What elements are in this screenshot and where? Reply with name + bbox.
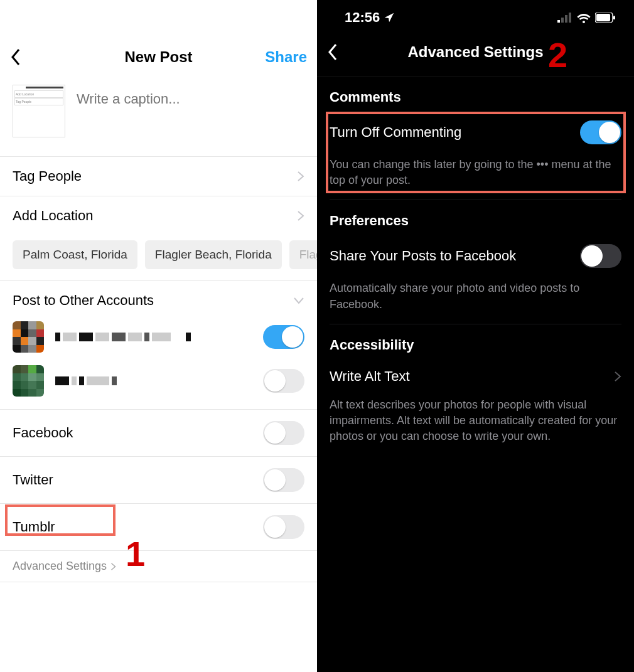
facebook-label: Facebook [13,425,73,441]
chevron-right-icon [297,210,304,221]
share-posts-facebook-label: Share Your Posts to Facebook [330,248,516,264]
back-icon[interactable] [10,48,23,66]
preferences-section: Preferences Share Your Posts to Facebook… [317,200,634,324]
twitter-label: Twitter [13,472,53,488]
share-button[interactable]: Share [265,48,307,66]
svg-rect-3 [569,13,571,23]
svg-rect-1 [561,18,564,23]
wifi-icon [576,12,591,23]
add-location-label: Add Location [13,208,93,224]
turn-off-commenting-label: Turn Off Commenting [330,124,461,141]
signal-icon [557,13,572,23]
status-bar: 12:56 [317,0,634,28]
avatar [13,365,44,397]
status-icons [557,12,615,23]
chevron-right-icon [297,171,304,182]
account-toggle[interactable] [263,369,304,393]
account-row [0,315,317,359]
svg-rect-6 [613,16,615,19]
tag-people-row[interactable]: Tag People [0,157,317,196]
tumblr-toggle[interactable] [263,515,304,539]
preferences-description: Automatically share your photo and video… [330,274,621,324]
account-row [0,359,317,410]
comments-header: Comments [330,77,621,114]
turn-off-commenting-toggle[interactable] [580,120,621,144]
preferences-header: Preferences [330,200,621,238]
account-toggle[interactable] [263,325,304,349]
twitter-row: Twitter [0,457,317,504]
battery-icon [595,13,615,23]
write-alt-text-label: Write Alt Text [330,368,410,385]
caption-input[interactable] [65,85,304,107]
add-location-row[interactable]: Add Location [0,196,317,235]
svg-rect-0 [557,20,560,23]
account-name-redacted [55,333,263,341]
account-name-redacted [55,376,263,385]
facebook-toggle[interactable] [263,421,304,445]
avatar [13,321,44,353]
accessibility-description: Alt text describes your photos for peopl… [330,391,621,456]
location-chip[interactable]: Flagler [289,240,317,269]
status-time: 12:56 [345,9,395,26]
accessibility-header: Accessibility [330,324,621,362]
tumblr-label: Tumblr [13,519,55,535]
svg-rect-5 [596,14,610,21]
time-text: 12:56 [345,9,380,26]
turn-off-commenting-row: Turn Off Commenting [330,114,621,151]
comments-description: You can change this later by going to th… [330,151,621,200]
chevron-right-icon [614,371,621,382]
page-title: Advanced Settings [407,43,543,61]
svg-rect-2 [565,15,567,23]
chevron-right-icon [110,562,116,571]
caption-row: Add Location Tag People [0,78,317,157]
page-title: New Post [124,48,192,66]
advanced-settings-screen: 12:56 Advanced Settings Comments Turn Of… [317,0,634,672]
write-alt-text-row[interactable]: Write Alt Text [330,362,621,391]
header-left: New Post Share [0,0,317,78]
post-other-accounts-label: Post to Other Accounts [13,292,154,309]
new-post-screen: New Post Share Add Location Tag People T… [0,0,317,672]
tumblr-row: Tumblr [0,504,317,551]
twitter-toggle[interactable] [263,468,304,492]
location-chips: Palm Coast, Florida Flagler Beach, Flori… [0,235,317,281]
share-posts-facebook-toggle[interactable] [580,244,621,268]
post-other-accounts-row[interactable]: Post to Other Accounts [0,281,317,315]
location-chip[interactable]: Palm Coast, Florida [13,240,137,269]
post-thumbnail[interactable]: Add Location Tag People [13,85,65,137]
facebook-row: Facebook [0,410,317,457]
advanced-settings-row[interactable]: Advanced Settings [0,551,317,582]
back-icon[interactable] [327,43,340,61]
location-arrow-icon [384,12,395,23]
accessibility-section: Accessibility Write Alt Text Alt text de… [317,324,634,456]
tag-people-label: Tag People [13,168,82,184]
chevron-down-icon [293,297,304,304]
header-right: Advanced Settings [317,28,634,77]
advanced-settings-label: Advanced Settings [13,560,107,573]
comments-section: Comments Turn Off Commenting You can cha… [317,77,634,200]
share-posts-facebook-row: Share Your Posts to Facebook [330,238,621,274]
location-chip[interactable]: Flagler Beach, Florida [145,240,282,269]
